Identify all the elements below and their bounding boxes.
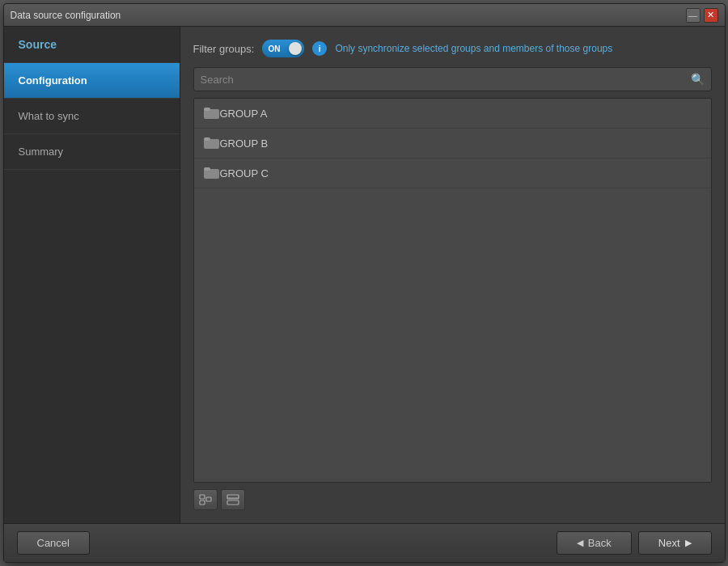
- minimize-button[interactable]: —: [686, 8, 700, 23]
- filter-description-text: Only synchronize selected groups and mem…: [335, 43, 612, 54]
- sidebar-item-source[interactable]: Source: [4, 27, 180, 63]
- svg-rect-3: [204, 137, 210, 141]
- folder-icon-a: [204, 107, 220, 120]
- svg-rect-1: [204, 108, 210, 111]
- collapse-icon: [226, 494, 239, 505]
- svg-rect-8: [206, 497, 211, 501]
- svg-rect-10: [227, 501, 239, 505]
- info-icon[interactable]: i: [312, 41, 327, 56]
- toggle-knob: [289, 42, 302, 55]
- next-arrow-icon: ▶: [685, 538, 692, 548]
- sidebar-item-summary[interactable]: Summary: [4, 134, 180, 170]
- folder-icon-c: [204, 167, 220, 180]
- back-arrow-icon: ◀: [577, 538, 583, 548]
- filter-toggle[interactable]: ON: [262, 40, 304, 57]
- cancel-button[interactable]: Cancel: [17, 531, 90, 555]
- sidebar: Source Configuration What to sync Summar…: [4, 27, 180, 523]
- bottom-bar: Cancel ◀ Back Next ▶: [4, 523, 725, 562]
- sidebar-item-configuration[interactable]: Configuration: [4, 63, 180, 99]
- search-icon[interactable]: 🔍: [691, 73, 705, 86]
- group-c-name: GROUP C: [220, 167, 269, 180]
- sidebar-item-what-to-sync[interactable]: What to sync: [4, 99, 180, 134]
- filter-bar: Filter groups: ON i Only synchronize sel…: [193, 40, 712, 57]
- main-area: Source Configuration What to sync Summar…: [4, 27, 725, 523]
- groups-list: GROUP A GROUP B GROUP C: [193, 98, 712, 483]
- window-title: Data source configuration: [11, 10, 121, 21]
- group-b-name: GROUP B: [220, 137, 269, 150]
- search-bar: 🔍: [193, 67, 712, 91]
- expand-icon: [199, 494, 212, 505]
- group-item-c[interactable]: GROUP C: [194, 158, 711, 188]
- close-button[interactable]: ✕: [704, 8, 718, 23]
- bottom-left-actions: Cancel: [17, 531, 90, 555]
- collapse-all-button[interactable]: [221, 489, 245, 510]
- back-button[interactable]: ◀ Back: [557, 531, 632, 555]
- content-area: Filter groups: ON i Only synchronize sel…: [180, 27, 725, 523]
- title-bar: Data source configuration — ✕: [4, 4, 725, 27]
- bottom-right-actions: ◀ Back Next ▶: [557, 531, 712, 555]
- svg-rect-6: [200, 495, 205, 499]
- svg-rect-7: [200, 501, 205, 505]
- expand-all-button[interactable]: [193, 489, 218, 510]
- group-a-name: GROUP A: [220, 108, 268, 120]
- content-toolbar: [193, 489, 712, 510]
- svg-rect-5: [204, 167, 210, 171]
- folder-icon-b: [204, 137, 220, 150]
- window-controls: — ✕: [686, 8, 718, 23]
- filter-groups-label: Filter groups:: [193, 43, 255, 55]
- group-item-b[interactable]: GROUP B: [194, 129, 711, 158]
- search-input[interactable]: [201, 74, 691, 86]
- group-item-a[interactable]: GROUP A: [194, 99, 711, 129]
- next-button[interactable]: Next ▶: [638, 531, 712, 555]
- main-window: Data source configuration — ✕ Source Con…: [3, 3, 726, 563]
- toggle-state-label: ON: [262, 44, 280, 53]
